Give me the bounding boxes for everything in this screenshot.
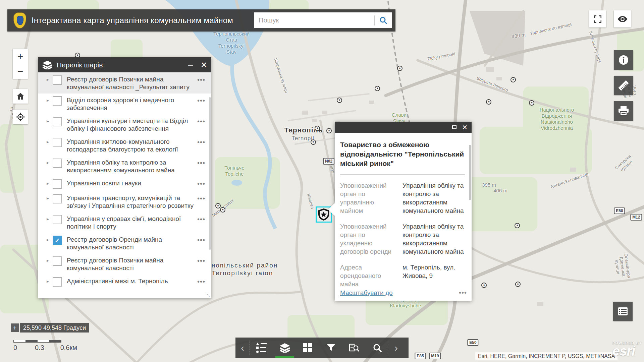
popup-field: Уповноважений орган по укладенню договор… xyxy=(340,222,465,256)
search-widget-button[interactable] xyxy=(366,338,389,358)
expand-arrow-icon[interactable]: ▸ xyxy=(47,181,52,186)
field-label: Уповноважений орган по укладенню договор… xyxy=(340,222,398,256)
esri-brand-text: esri xyxy=(612,345,642,357)
layer-menu-button[interactable]: ••• xyxy=(197,236,205,244)
search-input[interactable] xyxy=(254,16,374,24)
layer-menu-button[interactable]: ••• xyxy=(197,195,205,202)
layer-item[interactable]: ▸ Реєстр договорів Позички майна комунал… xyxy=(38,73,211,94)
layers-icon xyxy=(43,61,52,69)
expand-arrow-icon[interactable]: ▸ xyxy=(47,237,52,242)
expand-arrow-icon[interactable]: ▸ xyxy=(47,98,52,103)
layer-menu-button[interactable]: ••• xyxy=(197,159,205,167)
map-poi-marker[interactable] xyxy=(326,128,332,133)
layer-item[interactable]: ▸ Управління транспорту, комунікацій та … xyxy=(38,191,211,212)
locate-button[interactable] xyxy=(13,110,28,124)
layer-item[interactable]: ▸ Управління житлово-комунального господ… xyxy=(38,135,211,156)
layer-item[interactable]: ▸ Реєстр договорів Позички майна комунал… xyxy=(38,254,211,275)
search-icon xyxy=(379,16,388,25)
layer-item[interactable]: ▸ Управління у справах сім'ї, молодіжної… xyxy=(38,212,211,233)
expand-arrow-icon[interactable]: ▸ xyxy=(47,195,52,201)
map-poi-marker[interactable] xyxy=(481,283,487,288)
layer-checkbox[interactable] xyxy=(53,138,62,147)
expand-arrow-icon[interactable]: ▸ xyxy=(47,118,52,124)
toolbar-next-button[interactable]: › xyxy=(389,343,403,353)
panel-scrollbar[interactable] xyxy=(209,97,211,250)
layers-panel-header[interactable]: Перелік шарів – ✕ xyxy=(38,57,211,72)
zoom-to-link[interactable]: Масштабувати до xyxy=(340,289,459,297)
layer-menu-button[interactable]: ••• xyxy=(197,118,205,125)
toolbar-prev-button[interactable]: ‹ xyxy=(235,343,250,353)
layer-checkbox[interactable] xyxy=(53,215,62,224)
layer-menu-button[interactable]: ••• xyxy=(197,278,205,286)
fullscreen-button[interactable] xyxy=(589,10,606,27)
layer-item[interactable]: ▸ Реєстр договорів Оренди майна комуналь… xyxy=(38,233,211,254)
minimize-panel-button[interactable]: – xyxy=(184,58,197,72)
scale-bar: 0 0.3 0.6км xyxy=(13,340,77,352)
layer-item[interactable]: ▸ Управління освіти і науки ••• xyxy=(38,177,211,191)
measure-button[interactable] xyxy=(614,76,633,95)
scale-start: 0 xyxy=(13,344,35,352)
close-panel-button[interactable]: ✕ xyxy=(197,60,211,70)
map-poi-marker[interactable] xyxy=(337,98,342,103)
layer-menu-button[interactable]: ••• xyxy=(197,97,205,105)
expand-arrow-icon[interactable]: ▸ xyxy=(47,279,52,284)
expand-arrow-icon[interactable]: ▸ xyxy=(47,258,52,263)
layer-checkbox[interactable] xyxy=(53,159,62,168)
layer-item[interactable]: ▸ Управління обліку та контролю за викор… xyxy=(38,156,211,177)
layer-checkbox[interactable] xyxy=(53,179,62,189)
map-poi-marker[interactable] xyxy=(311,139,316,145)
layer-checkbox[interactable] xyxy=(53,256,62,266)
map-poi-marker[interactable] xyxy=(315,126,320,131)
layer-menu-button[interactable]: ••• xyxy=(197,216,205,223)
expand-arrow-icon[interactable]: ▸ xyxy=(47,77,52,82)
print-button[interactable] xyxy=(614,101,633,121)
layer-checkbox[interactable] xyxy=(53,117,62,126)
basemap-gallery-button[interactable] xyxy=(296,338,319,358)
layer-item[interactable]: ▸ Управління культури і мистецтв та Відд… xyxy=(38,114,211,135)
maximize-popup-icon[interactable] xyxy=(452,125,457,129)
legend-icon xyxy=(256,343,267,353)
field-value: м. Тернопіль, вул. Живова, 9 xyxy=(398,263,465,288)
panel-resize-handle[interactable]: ⋱ xyxy=(205,292,210,298)
layer-menu-button[interactable]: ••• xyxy=(197,76,205,84)
map-poi-marker[interactable] xyxy=(397,66,402,71)
expand-arrow-icon[interactable]: ▸ xyxy=(47,160,52,165)
layer-menu-button[interactable]: ••• xyxy=(197,138,205,146)
layer-checkbox[interactable] xyxy=(53,236,62,245)
popup-header[interactable]: ✕ xyxy=(335,122,472,133)
layer-item[interactable]: ▸ Адміністративні межі м. Тернопіль ••• xyxy=(38,275,211,289)
map-poi-marker[interactable] xyxy=(515,282,521,287)
close-popup-icon[interactable]: ✕ xyxy=(462,124,468,131)
attribute-search-button[interactable] xyxy=(342,338,366,358)
layer-item[interactable]: ▸ Відділ охорони здоров'я і медичного за… xyxy=(38,94,211,114)
map-poi-marker[interactable] xyxy=(515,223,520,228)
layer-menu-button[interactable]: ••• xyxy=(197,257,205,265)
filter-widget-button[interactable] xyxy=(319,338,342,358)
popup-menu-button[interactable]: ••• xyxy=(459,289,467,297)
home-button[interactable] xyxy=(13,89,28,104)
coordinates-crosshair-icon[interactable]: ✛ xyxy=(11,323,19,332)
layer-menu-button[interactable]: ••• xyxy=(197,180,205,188)
visibility-button[interactable] xyxy=(614,10,631,27)
info-button[interactable] xyxy=(614,50,633,70)
layer-checkbox[interactable] xyxy=(53,194,62,203)
layer-checkbox[interactable] xyxy=(53,277,62,287)
zoom-in-button[interactable]: + xyxy=(13,49,28,64)
layers-widget-button[interactable] xyxy=(273,338,296,358)
map-poi-marker[interactable] xyxy=(215,203,221,208)
popup-scrollbar[interactable] xyxy=(469,145,471,200)
zoom-out-button[interactable]: − xyxy=(13,64,28,79)
search-button[interactable] xyxy=(375,12,392,28)
map-poi-marker[interactable] xyxy=(511,77,516,82)
legend-widget-button[interactable] xyxy=(250,338,273,358)
expand-arrow-icon[interactable]: ▸ xyxy=(47,216,52,222)
map-poi-marker[interactable] xyxy=(375,86,380,91)
popup-divider xyxy=(340,174,465,175)
layer-checkbox[interactable] xyxy=(53,75,62,85)
attribute-table-button[interactable] xyxy=(613,302,633,321)
map-poi-marker[interactable] xyxy=(529,100,534,106)
expand-arrow-icon[interactable]: ▸ xyxy=(47,139,52,144)
map-poi-marker[interactable] xyxy=(486,99,491,105)
map-poi-marker[interactable] xyxy=(220,207,225,213)
layer-checkbox[interactable] xyxy=(53,96,62,106)
